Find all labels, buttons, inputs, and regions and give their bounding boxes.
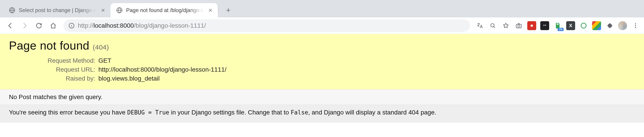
status-code: (404) [93, 43, 109, 51]
debug-true-code: DEBUG = True [127, 109, 169, 116]
x-extension-icon[interactable]: X [566, 21, 575, 30]
site-info-icon[interactable] [68, 22, 75, 29]
record-extension-icon[interactable] [527, 21, 536, 30]
page-title: Page not found (404) [9, 39, 635, 52]
zoom-icon[interactable] [488, 21, 497, 30]
tab-title: Page not found at /blog/django-lesson-11… [126, 7, 204, 13]
url-text: http://localhost:8000/blog/django-lesson… [78, 22, 465, 29]
request-method-value: GET [98, 56, 230, 65]
globe-icon [8, 7, 16, 14]
svg-point-5 [518, 25, 520, 27]
reload-button[interactable] [33, 19, 45, 32]
browser-chrome: Select post to change | Django site admi… [0, 0, 644, 34]
svg-point-12 [635, 25, 636, 26]
url-scheme: http:// [78, 22, 94, 29]
profile-avatar[interactable] [618, 21, 627, 30]
svg-point-7 [544, 24, 544, 25]
close-icon[interactable] [100, 7, 106, 14]
info-message: No Post matches the given query. [9, 94, 102, 100]
forward-button[interactable] [18, 19, 31, 32]
translate-icon[interactable] [476, 21, 484, 30]
kebab-menu-icon[interactable] [631, 21, 640, 30]
tab-strip: Select post to change | Django site admi… [0, 0, 644, 17]
back-button[interactable] [4, 19, 16, 32]
request-url-label: Request URL: [9, 65, 98, 74]
svg-point-13 [635, 27, 636, 28]
page-title-text: Page not found [9, 39, 90, 52]
request-method-label: Request Method: [9, 56, 98, 65]
django-explanation: You're seeing this error because you hav… [0, 105, 644, 123]
tab-inactive-0[interactable]: Select post to change | Django site admi… [3, 3, 110, 17]
request-meta-table: Request Method: GET Request URL: http://… [9, 56, 230, 83]
url-path: /blog/django-lesson-1111/ [134, 22, 206, 29]
extensions-puzzle-icon[interactable] [605, 21, 614, 30]
tab-active-1[interactable]: Page not found at /blog/django-lesson-11… [110, 3, 218, 17]
extension-badge: ON [558, 28, 564, 31]
home-button[interactable] [47, 19, 60, 32]
django-info: No Post matches the given query. [0, 90, 644, 105]
toolbar: http://localhost:8000/blog/django-lesson… [0, 17, 644, 34]
address-bar[interactable]: http://localhost:8000/blog/django-lesson… [64, 19, 470, 32]
svg-point-10 [581, 23, 586, 28]
svg-point-8 [545, 24, 546, 25]
raised-by-value: blog.views.blog_detail [98, 74, 230, 83]
rainbow-extension-icon[interactable] [592, 21, 601, 30]
svg-point-6 [531, 24, 533, 27]
globe-icon [116, 7, 123, 14]
explanation-text: You're seeing this error because you hav… [9, 109, 127, 116]
svg-point-3 [491, 23, 494, 27]
explanation-text: , and Django will display a standard 404… [308, 109, 436, 116]
tab-title: Select post to change | Django site admi… [19, 7, 96, 13]
tab-separator [218, 5, 218, 13]
new-tab-button[interactable] [222, 4, 234, 16]
false-code: False [291, 109, 308, 116]
close-icon[interactable] [207, 7, 214, 14]
request-url-value: http://localhost:8000/blog/django-lesson… [98, 65, 230, 74]
django-summary: Page not found (404) Request Method: GET… [0, 34, 644, 90]
saver-extension-icon[interactable]: ON [553, 21, 562, 30]
camera-icon[interactable] [514, 21, 523, 30]
svg-rect-9 [557, 23, 558, 24]
toolbar-actions: ON X [474, 21, 640, 30]
explanation-text: in your Django settings file. Change tha… [169, 109, 291, 116]
face-extension-icon[interactable] [540, 21, 549, 30]
url-host: localhost:8000 [94, 22, 134, 29]
svg-point-11 [635, 23, 636, 24]
bookmark-star-icon[interactable] [501, 21, 510, 30]
raised-by-label: Raised by: [9, 74, 98, 83]
circle-extension-icon[interactable] [579, 21, 588, 30]
